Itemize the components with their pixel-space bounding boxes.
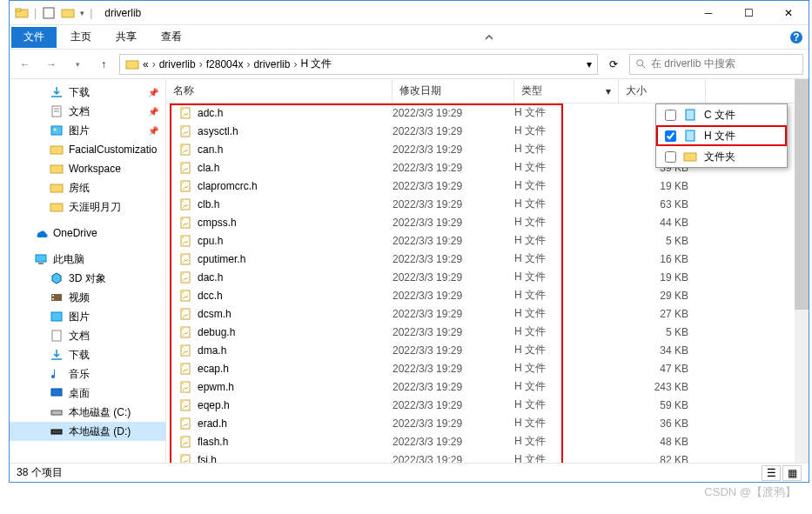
file-date: 2022/3/3 19:29 xyxy=(393,107,514,119)
sidebar-item-pictures[interactable]: 图片📌 xyxy=(10,121,165,140)
file-row[interactable]: dcc.h2022/3/3 19:29H 文件29 KB xyxy=(166,286,809,304)
svg-text:?: ? xyxy=(793,31,799,43)
sidebar-item-downloads[interactable]: 下载 xyxy=(10,345,165,364)
file-row[interactable]: erad.h2022/3/3 19:29H 文件36 KB xyxy=(166,414,809,432)
maximize-button[interactable]: ☐ xyxy=(728,1,768,25)
svg-rect-28 xyxy=(686,110,695,120)
file-row[interactable]: ecap.h2022/3/3 19:29H 文件47 KB xyxy=(166,359,809,377)
filter-option-h[interactable]: H 文件 xyxy=(656,125,787,146)
h-file-icon xyxy=(178,143,192,157)
col-type[interactable]: 类型▾ xyxy=(514,79,619,103)
sidebar-item-music[interactable]: 音乐 xyxy=(10,364,165,384)
h-file-icon xyxy=(178,197,192,211)
breadcrumb-part[interactable]: driverlib xyxy=(159,58,196,70)
checkbox[interactable] xyxy=(665,110,676,121)
sidebar-item-thispc[interactable]: 此电脑 xyxy=(10,250,165,269)
h-file-icon xyxy=(178,216,192,230)
chevron-down-icon[interactable]: ▾ xyxy=(587,58,592,70)
svg-rect-3 xyxy=(62,10,74,17)
sidebar-item-onedrive[interactable]: OneDrive xyxy=(10,224,165,243)
minimize-button[interactable]: ─ xyxy=(688,1,728,25)
titlebar: | ▾ | driverlib ─ ☐ ✕ xyxy=(10,1,809,25)
menu-view[interactable]: 查看 xyxy=(149,25,194,50)
refresh-button[interactable]: ⟳ xyxy=(603,54,624,75)
col-name[interactable]: 名称 xyxy=(166,79,393,103)
file-date: 2022/3/3 19:29 xyxy=(393,125,514,137)
file-row[interactable]: clb.h2022/3/3 19:29H 文件63 KB xyxy=(166,195,809,213)
h-file-icon xyxy=(178,307,192,321)
file-date: 2022/3/3 19:29 xyxy=(393,308,514,320)
file-type: H 文件 xyxy=(514,397,619,412)
file-date: 2022/3/3 19:29 xyxy=(393,381,514,393)
breadcrumb-part[interactable]: driverlib xyxy=(253,58,290,70)
checkbox[interactable] xyxy=(665,151,676,163)
help-button[interactable]: ? xyxy=(784,25,809,50)
pin-icon[interactable] xyxy=(42,6,56,20)
qat-dropdown-icon[interactable]: ▾ xyxy=(80,9,84,17)
forward-button[interactable]: → xyxy=(41,54,62,75)
view-icons-button[interactable]: ▦ xyxy=(782,465,802,481)
col-date[interactable]: 修改日期 xyxy=(393,79,514,103)
menubar: 文件 主页 共享 查看 ? xyxy=(10,25,809,50)
file-name: epwm.h xyxy=(198,381,234,393)
sidebar-item-3d[interactable]: 3D 对象 xyxy=(10,269,165,288)
sidebar-item-diskc[interactable]: 本地磁盘 (C:) xyxy=(10,403,165,422)
menu-file[interactable]: 文件 xyxy=(11,27,57,48)
file-row[interactable]: dcsm.h2022/3/3 19:29H 文件27 KB xyxy=(166,304,809,323)
sidebar-item-documents[interactable]: 文档 xyxy=(10,326,165,345)
checkbox[interactable] xyxy=(665,130,676,142)
sidebar-item-diskd[interactable]: 本地磁盘 (D:) xyxy=(10,422,165,441)
sidebar-item-desktop[interactable]: 桌面 xyxy=(10,384,165,403)
back-button[interactable]: ← xyxy=(15,54,36,75)
sidebar-item-downloads[interactable]: 下载📌 xyxy=(10,83,165,102)
filter-option-c[interactable]: C 文件 xyxy=(656,104,787,125)
file-row[interactable]: cputimer.h2022/3/3 19:29H 文件16 KB xyxy=(166,250,809,268)
view-details-button[interactable]: ☰ xyxy=(762,465,781,481)
file-row[interactable]: eqep.h2022/3/3 19:29H 文件59 KB xyxy=(166,396,809,414)
file-row[interactable]: fsi.h2022/3/3 19:29H 文件82 KB xyxy=(166,451,809,463)
sidebar-item-folder[interactable]: 房纸 xyxy=(10,178,165,197)
file-row[interactable]: cmpss.h2022/3/3 19:29H 文件44 KB xyxy=(166,213,809,231)
file-row[interactable]: dac.h2022/3/3 19:29H 文件19 KB xyxy=(166,268,809,286)
file-size: 19 KB xyxy=(619,271,706,284)
file-row[interactable]: cpu.h2022/3/3 19:29H 文件5 KB xyxy=(166,231,809,250)
file-date: 2022/3/3 19:29 xyxy=(393,290,514,302)
h-file-icon xyxy=(178,124,192,138)
menu-share[interactable]: 共享 xyxy=(104,25,149,50)
breadcrumb[interactable]: « › driverlib › f28004x › driverlib › H … xyxy=(119,54,598,75)
scrollbar[interactable] xyxy=(795,79,809,463)
sidebar-item-documents[interactable]: 文档📌 xyxy=(10,102,165,121)
pin-icon: 📌 xyxy=(148,126,158,136)
svg-rect-30 xyxy=(684,153,696,161)
file-icon xyxy=(683,129,697,143)
file-name: debug.h xyxy=(198,326,235,338)
file-date: 2022/3/3 19:29 xyxy=(393,198,514,210)
breadcrumb-part[interactable]: f28004x xyxy=(206,58,244,70)
file-row[interactable]: epwm.h2022/3/3 19:29H 文件243 KB xyxy=(166,377,809,396)
ribbon-toggle[interactable] xyxy=(477,25,501,50)
file-row[interactable]: clapromcrc.h2022/3/3 19:29H 文件19 KB xyxy=(166,177,809,195)
file-row[interactable]: flash.h2022/3/3 19:29H 文件48 KB xyxy=(166,432,809,451)
file-name: eqep.h xyxy=(198,399,230,411)
filter-option-folder[interactable]: 文件夹 xyxy=(656,146,787,167)
breadcrumb-part[interactable]: H 文件 xyxy=(300,57,332,71)
h-file-icon xyxy=(178,362,192,376)
menu-home[interactable]: 主页 xyxy=(58,25,104,50)
sidebar-item-folder[interactable]: Workspace xyxy=(10,159,165,178)
sidebar-item-folder[interactable]: FacialCustomizatio xyxy=(10,140,165,159)
file-row[interactable]: debug.h2022/3/3 19:29H 文件5 KB xyxy=(166,323,809,341)
col-size[interactable]: 大小 xyxy=(619,79,706,103)
search-input[interactable]: 在 driverlib 中搜索 xyxy=(629,54,803,75)
file-row[interactable]: dma.h2022/3/3 19:29H 文件34 KB xyxy=(166,341,809,359)
sidebar-item-folder[interactable]: 天涯明月刀 xyxy=(10,197,165,217)
close-button[interactable]: ✕ xyxy=(768,1,809,25)
up-button[interactable]: ↑ xyxy=(93,54,114,75)
sidebar-item-pictures[interactable]: 图片 xyxy=(10,307,165,326)
file-date: 2022/3/3 19:29 xyxy=(393,253,514,265)
sidebar-item-videos[interactable]: 视频 xyxy=(10,288,165,307)
folder-icon xyxy=(683,150,697,164)
svg-rect-62 xyxy=(181,382,184,384)
svg-rect-19 xyxy=(38,263,44,264)
recent-dropdown[interactable]: ▾ xyxy=(67,54,88,75)
h-file-icon xyxy=(178,325,192,339)
